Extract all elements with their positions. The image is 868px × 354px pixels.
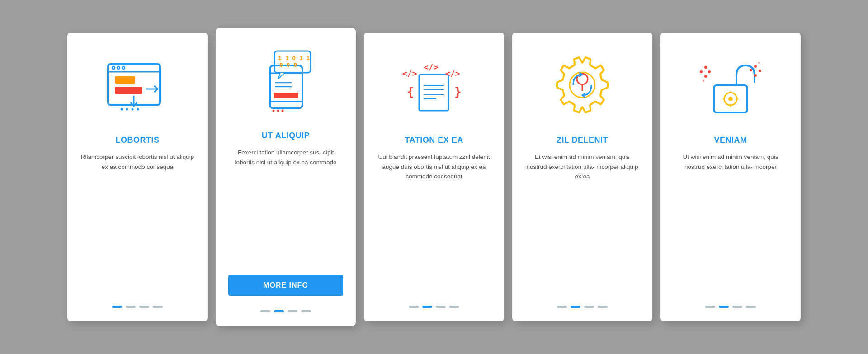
- svg-point-51: [759, 70, 761, 72]
- svg-text:</>: </>: [402, 69, 417, 78]
- dot-3: [449, 306, 459, 308]
- card-icon-lobortis: [101, 51, 174, 123]
- dot-0: [112, 306, 122, 308]
- svg-text:1 1 0 1 1: 1 1 0 1 1: [278, 55, 310, 61]
- dot-0: [557, 306, 567, 308]
- dots-veniam: [705, 306, 756, 308]
- svg-point-47: [704, 66, 707, 69]
- dot-2: [732, 306, 742, 308]
- svg-point-52: [754, 74, 757, 77]
- svg-text:</>: </>: [424, 62, 439, 72]
- dot-1: [274, 310, 284, 312]
- svg-point-23: [277, 109, 279, 112]
- svg-point-49: [703, 80, 704, 82]
- dots-tation-ex-ea: [409, 306, 459, 308]
- card-title-lobortis: LOBORTIS: [116, 135, 160, 145]
- dot-1: [422, 306, 432, 308]
- dot-2: [584, 306, 594, 308]
- card-icon-tation-ex-ea: </> </> </> { }: [398, 51, 470, 123]
- svg-point-46: [708, 70, 711, 73]
- dot-0: [409, 306, 419, 308]
- svg-text:</>: </>: [445, 69, 460, 78]
- svg-point-45: [704, 75, 707, 78]
- card-body-tation-ex-ea: Uui blandit praesent luptatum zzril dele…: [377, 152, 491, 296]
- svg-point-53: [750, 69, 752, 71]
- card-lobortis: LOBORTIS Rllamcorper suscipit lobortis n…: [67, 33, 208, 321]
- dot-1: [719, 306, 729, 308]
- svg-point-22: [272, 109, 274, 112]
- card-body-lobortis: Rllamcorper suscipit lobortis nisl ut al…: [80, 152, 195, 296]
- card-title-zil-delenit: ZIL DELENIT: [557, 135, 608, 145]
- dot-1: [571, 306, 580, 308]
- more-info-button[interactable]: MORE INFO: [228, 275, 343, 296]
- card-veniam: VENIAM Ut wisi enim ad minim veniam, qui…: [660, 33, 801, 321]
- card-zil-delenit: ZIL DELENIT Et wisi enim ad minim veniam…: [512, 33, 652, 321]
- svg-point-11: [132, 108, 134, 111]
- svg-point-24: [281, 109, 283, 112]
- cards-container: LOBORTIS Rllamcorper suscipit lobortis n…: [40, 10, 828, 344]
- dot-3: [746, 306, 756, 308]
- svg-point-2: [112, 66, 115, 69]
- card-title-veniam: VENIAM: [714, 135, 747, 145]
- dot-3: [153, 306, 163, 308]
- svg-text:}: }: [454, 85, 462, 98]
- dot-1: [126, 306, 136, 308]
- dots-ut-aliquip: [260, 310, 311, 312]
- svg-point-10: [126, 108, 128, 111]
- dot-0: [705, 306, 715, 308]
- card-title-tation-ex-ea: TATION EX EA: [405, 135, 463, 145]
- dot-2: [436, 306, 446, 308]
- svg-text:0 0 0: 0 0 0: [279, 61, 297, 68]
- svg-rect-5: [115, 76, 135, 84]
- svg-point-48: [700, 70, 703, 73]
- card-body-ut-aliquip: Eexerci tation ullamcorper sus- cipit lo…: [228, 148, 343, 266]
- dot-2: [139, 306, 149, 308]
- card-body-zil-delenit: Et wisi enim ad minim veniam, quis nostr…: [525, 152, 640, 296]
- dot-0: [260, 310, 270, 312]
- svg-point-12: [137, 108, 139, 111]
- svg-text:{: {: [407, 85, 414, 98]
- card-ut-aliquip: 1 1 0 1 1 0 0 0 UT ALIQUIP Eexerci tatio…: [216, 28, 356, 326]
- card-title-ut-aliquip: UT ALIQUIP: [262, 131, 310, 140]
- card-icon-ut-aliquip: 1 1 0 1 1 0 0 0: [250, 46, 322, 118]
- svg-point-3: [117, 66, 120, 69]
- dot-3: [301, 310, 311, 312]
- svg-rect-6: [115, 87, 142, 94]
- card-icon-veniam: [694, 51, 767, 123]
- card-tation-ex-ea: </> </> </> { } TATION EX EA Uui blandit…: [364, 33, 504, 321]
- dots-zil-delenit: [557, 306, 608, 308]
- card-icon-zil-delenit: [546, 51, 618, 123]
- svg-point-4: [122, 66, 125, 69]
- svg-rect-25: [419, 75, 448, 111]
- dots-lobortis: [112, 306, 163, 308]
- card-body-veniam: Ut wisi enim ad minim veniam, quis nostr…: [673, 152, 788, 296]
- dot-2: [288, 310, 297, 312]
- svg-point-40: [728, 97, 733, 101]
- svg-point-50: [754, 65, 757, 68]
- svg-point-9: [121, 108, 123, 111]
- svg-rect-16: [274, 93, 298, 98]
- dot-3: [598, 306, 608, 308]
- svg-point-54: [758, 62, 760, 64]
